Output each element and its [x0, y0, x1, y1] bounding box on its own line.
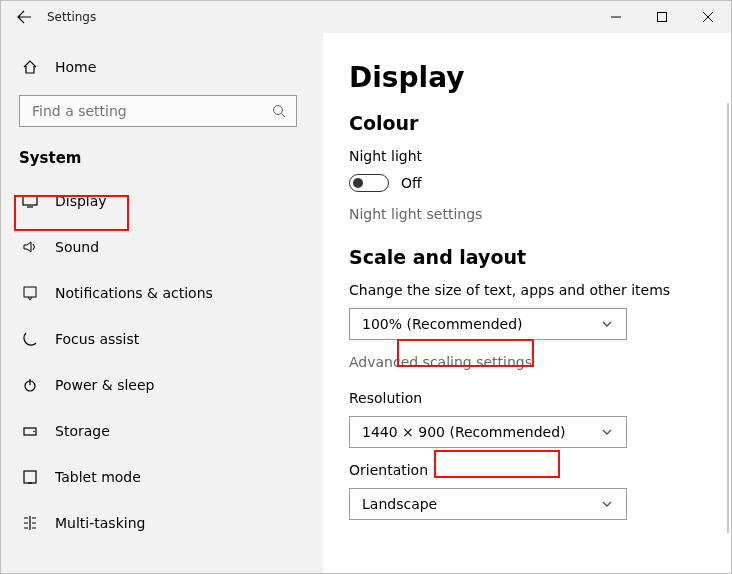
- svg-rect-0: [658, 13, 667, 22]
- resolution-dropdown[interactable]: 1440 × 900 (Recommended): [349, 416, 627, 448]
- close-button[interactable]: [685, 1, 731, 33]
- night-light-toggle-state: Off: [401, 175, 422, 191]
- scale-dropdown[interactable]: 100% (Recommended): [349, 308, 627, 340]
- scrollbar[interactable]: [727, 103, 730, 533]
- orientation-label: Orientation: [349, 462, 705, 478]
- resolution-label: Resolution: [349, 390, 705, 406]
- sidebar-item-label: Storage: [55, 423, 110, 439]
- orientation-dropdown-value: Landscape: [362, 496, 600, 512]
- focus-assist-icon: [19, 331, 41, 347]
- sidebar: Home System Display: [1, 33, 323, 573]
- home-button[interactable]: Home: [1, 47, 323, 87]
- notifications-icon: [19, 285, 41, 301]
- advanced-scaling-link[interactable]: Advanced scaling settings: [349, 354, 532, 370]
- power-icon: [19, 377, 41, 393]
- sidebar-item-display[interactable]: Display: [1, 181, 323, 221]
- maximize-button[interactable]: [639, 1, 685, 33]
- colour-heading: Colour: [349, 112, 705, 134]
- search-icon: [272, 104, 286, 118]
- night-light-label: Night light: [349, 148, 705, 164]
- svg-point-1: [274, 106, 283, 115]
- sidebar-nav: Display Sound Notifications & actions: [1, 181, 323, 543]
- settings-window: Settings Home: [0, 0, 732, 574]
- orientation-dropdown[interactable]: Landscape: [349, 488, 627, 520]
- content-area: Home System Display: [1, 33, 731, 573]
- night-light-toggle[interactable]: [349, 174, 389, 192]
- chevron-down-icon: [600, 318, 614, 330]
- back-button[interactable]: [1, 1, 47, 33]
- night-light-settings-link[interactable]: Night light settings: [349, 206, 482, 222]
- svg-rect-3: [24, 287, 36, 297]
- back-arrow-icon: [16, 9, 32, 25]
- sidebar-item-tablet-mode[interactable]: Tablet mode: [1, 457, 323, 497]
- search-field[interactable]: [30, 102, 272, 120]
- multitasking-icon: [19, 515, 41, 531]
- sidebar-item-storage[interactable]: Storage: [1, 411, 323, 451]
- sidebar-item-label: Sound: [55, 239, 99, 255]
- tablet-icon: [19, 469, 41, 485]
- minimize-icon: [611, 12, 621, 22]
- storage-icon: [19, 423, 41, 439]
- sidebar-item-label: Tablet mode: [55, 469, 141, 485]
- close-icon: [703, 12, 713, 22]
- maximize-icon: [657, 12, 667, 22]
- sidebar-item-multitasking[interactable]: Multi-tasking: [1, 503, 323, 543]
- page-title: Display: [349, 61, 705, 94]
- sidebar-item-power-sleep[interactable]: Power & sleep: [1, 365, 323, 405]
- home-label: Home: [55, 59, 96, 75]
- svg-rect-2: [23, 196, 37, 205]
- scale-dropdown-value: 100% (Recommended): [362, 316, 600, 332]
- scale-layout-heading: Scale and layout: [349, 246, 705, 268]
- scale-label: Change the size of text, apps and other …: [349, 282, 705, 298]
- window-title: Settings: [47, 10, 96, 24]
- night-light-toggle-row: Off: [349, 174, 705, 192]
- sidebar-item-label: Multi-tasking: [55, 515, 145, 531]
- sidebar-item-label: Notifications & actions: [55, 285, 213, 301]
- toggle-knob: [353, 178, 363, 188]
- sidebar-item-label: Focus assist: [55, 331, 139, 347]
- sidebar-item-label: Display: [55, 193, 107, 209]
- sound-icon: [19, 239, 41, 255]
- minimize-button[interactable]: [593, 1, 639, 33]
- sidebar-item-label: Power & sleep: [55, 377, 154, 393]
- sidebar-item-focus-assist[interactable]: Focus assist: [1, 319, 323, 359]
- sidebar-item-sound[interactable]: Sound: [1, 227, 323, 267]
- titlebar: Settings: [1, 1, 731, 33]
- chevron-down-icon: [600, 426, 614, 438]
- resolution-dropdown-value: 1440 × 900 (Recommended): [362, 424, 600, 440]
- home-icon: [19, 59, 41, 75]
- svg-point-6: [33, 431, 35, 433]
- svg-rect-7: [24, 471, 36, 483]
- sidebar-section-title: System: [1, 139, 323, 181]
- sidebar-item-notifications[interactable]: Notifications & actions: [1, 273, 323, 313]
- main-panel: Display Colour Night light Off Night lig…: [323, 33, 731, 573]
- chevron-down-icon: [600, 498, 614, 510]
- display-icon: [19, 193, 41, 209]
- search-input[interactable]: [19, 95, 297, 127]
